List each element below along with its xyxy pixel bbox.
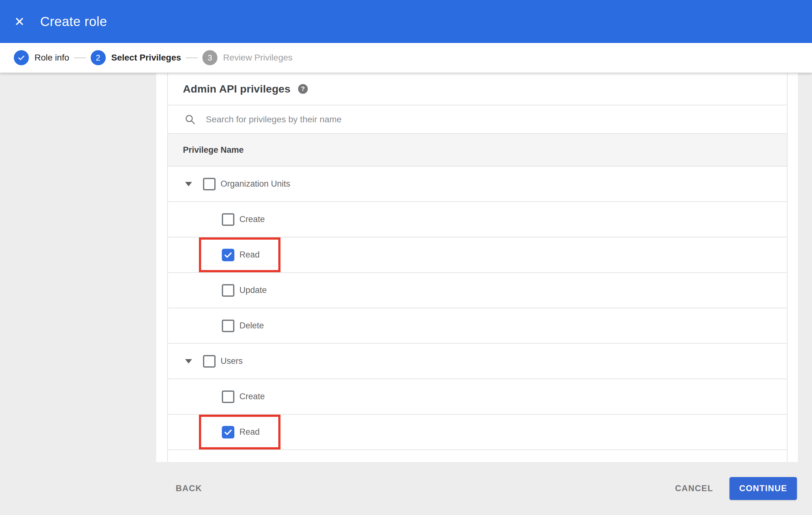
search-input[interactable] [205, 114, 677, 125]
privilege-label: Create [239, 215, 265, 224]
footer-actions: CANCEL CONTINUE [675, 462, 797, 515]
step-connector [74, 57, 86, 58]
help-icon[interactable]: ? [298, 84, 308, 94]
privilege-checkbox[interactable] [203, 355, 215, 368]
expand-triangle-icon[interactable] [185, 182, 192, 186]
privilege-rows: Organization Units Create Read Update De… [168, 166, 787, 450]
search-icon [184, 114, 196, 125]
step1-check-icon [14, 50, 29, 65]
privileges-card: Admin API privileges ? Privilege Name Or… [156, 73, 798, 462]
table-row: Create [168, 202, 787, 237]
privilege-label: Update [239, 285, 267, 295]
privilege-checkbox[interactable] [222, 213, 234, 226]
dialog-header: ✕ Create role [0, 0, 812, 43]
cancel-button[interactable]: CANCEL [675, 484, 714, 493]
privilege-checkbox[interactable] [222, 426, 234, 438]
continue-button[interactable]: CONTINUE [729, 477, 797, 500]
back-button[interactable]: BACK [171, 462, 206, 515]
privilege-checkbox[interactable] [222, 249, 234, 261]
table-row: Create [168, 379, 787, 415]
privilege-label: Read [239, 250, 260, 260]
table-row: Delete [168, 308, 787, 344]
table-row: Read [168, 415, 787, 450]
section-heading-row: Admin API privileges ? [168, 73, 787, 105]
section-title: Admin API privileges [183, 83, 291, 95]
privilege-checkbox[interactable] [222, 320, 234, 332]
main-area: Admin API privileges ? Privilege Name Or… [0, 73, 812, 462]
step1-label: Role info [34, 53, 69, 63]
step-review-privileges[interactable]: 3 Review Privileges [202, 50, 292, 65]
privilege-checkbox[interactable] [222, 391, 234, 403]
privilege-checkbox[interactable] [222, 284, 234, 297]
privilege-label: Organization Units [221, 179, 290, 189]
step-role-info[interactable]: Role info [14, 50, 69, 65]
table-column-header: Privilege Name [168, 134, 787, 166]
step3-number: 3 [202, 50, 218, 65]
table-row: Organization Units [168, 166, 787, 202]
stepper: Role info 2 Select Privileges 3 Review P… [0, 43, 812, 73]
privilege-checkbox[interactable] [203, 178, 215, 190]
privilege-label: Users [221, 356, 243, 366]
privilege-label: Read [239, 427, 260, 437]
privilege-label: Create [239, 392, 265, 401]
table-row: Update [168, 273, 787, 308]
step2-label: Select Privileges [111, 53, 181, 63]
step-select-privileges[interactable]: 2 Select Privileges [91, 50, 181, 65]
column-header-label: Privilege Name [183, 145, 244, 155]
step2-number: 2 [91, 50, 106, 65]
search-row [168, 105, 787, 134]
step-connector [186, 57, 198, 58]
dialog-title: Create role [40, 14, 107, 29]
expand-triangle-icon[interactable] [185, 359, 192, 364]
table-row: Read [168, 237, 787, 273]
close-icon[interactable]: ✕ [13, 16, 26, 28]
table-row: Users [168, 344, 787, 379]
footer-bar: BACK CANCEL CONTINUE [0, 462, 812, 515]
step3-label: Review Privileges [223, 53, 292, 63]
table-row-partial [168, 450, 787, 462]
privileges-table: Admin API privileges ? Privilege Name Or… [167, 73, 787, 462]
privilege-label: Delete [239, 321, 264, 331]
